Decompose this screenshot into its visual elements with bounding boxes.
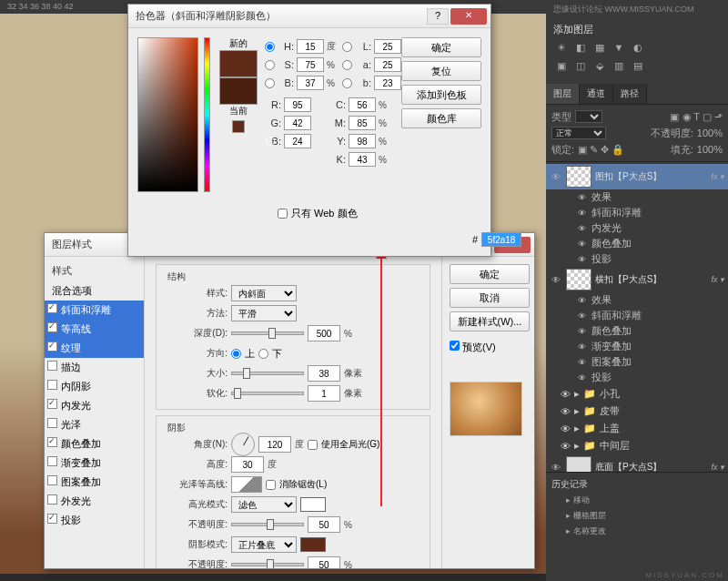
hex-input[interactable] (481, 232, 521, 247)
tab-channels[interactable]: 通道 (580, 84, 613, 104)
method-select[interactable]: 平滑 (231, 305, 297, 321)
antialias-checkbox[interactable] (266, 480, 276, 490)
ok-button[interactable]: 确定 (401, 37, 481, 57)
layer-effect[interactable]: 👁斜面和浮雕 (546, 308, 728, 323)
layer-folder[interactable]: 👁▸📁上盖 (546, 420, 728, 437)
depth-input[interactable] (308, 325, 340, 341)
k-input[interactable] (349, 152, 376, 167)
sh-op-slider[interactable] (231, 563, 304, 566)
depth-slider[interactable] (231, 331, 304, 335)
hl-color[interactable] (300, 497, 326, 512)
blend-options[interactable]: 混合选项 (45, 281, 144, 301)
layer-row[interactable]: 👁底面【P大点S】fx ▾ (546, 454, 728, 472)
soft-slider[interactable] (231, 392, 304, 395)
s-radio[interactable] (265, 60, 275, 70)
style-item-2[interactable]: 纹理 (45, 339, 144, 358)
dir-up[interactable] (231, 349, 241, 359)
layer-effect[interactable]: 👁效果 (546, 189, 728, 205)
g-input[interactable] (284, 116, 311, 130)
blend-mode[interactable]: 正常 (551, 127, 606, 139)
size-input[interactable] (308, 365, 340, 382)
warning-swatch[interactable] (232, 120, 245, 133)
cancel-button[interactable]: 复位 (401, 61, 481, 81)
style-item-1[interactable]: 等高线 (45, 320, 144, 339)
style-item-4[interactable]: 内阴影 (45, 377, 144, 396)
layer-folder[interactable]: 👁▸📁小孔 (546, 385, 728, 403)
l-radio[interactable] (342, 42, 352, 52)
contour-picker[interactable] (231, 476, 262, 493)
layer-row[interactable]: 👁图扣【P大点S】fx ▾ (546, 164, 728, 189)
bc-input[interactable] (284, 134, 311, 148)
dir-down[interactable] (258, 349, 268, 359)
new-style-button[interactable]: 新建样式(W)... (450, 311, 530, 331)
layer-effect[interactable]: 👁投影 (546, 251, 728, 267)
angle-input[interactable] (258, 436, 291, 453)
style-item-9[interactable]: 图案叠加 (45, 473, 144, 492)
watermark: MISSYUAN.COM (645, 571, 724, 579)
style-item-5[interactable]: 内发光 (45, 396, 144, 415)
sh-color[interactable] (300, 537, 326, 552)
web-only-checkbox[interactable] (278, 209, 288, 219)
history-item[interactable]: ▸ 移动 (551, 493, 723, 508)
preview-checkbox[interactable] (450, 341, 460, 351)
bv-input[interactable] (297, 76, 324, 90)
sh-op-input[interactable] (308, 556, 340, 568)
h-radio[interactable] (265, 42, 275, 52)
a-radio[interactable] (342, 60, 352, 70)
close-button[interactable]: ✕ (450, 8, 487, 25)
style-item-7[interactable]: 颜色叠加 (45, 434, 144, 454)
b2-radio[interactable] (342, 78, 352, 88)
layer-effect[interactable]: 👁图案叠加 (546, 354, 728, 370)
hl-op-input[interactable] (308, 516, 340, 533)
m-input[interactable] (349, 116, 376, 130)
layer-effect[interactable]: 👁渐变叠加 (546, 339, 728, 354)
style-item-3[interactable]: 描边 (45, 358, 144, 377)
history-item[interactable]: ▸ 名称更改 (551, 524, 723, 539)
hl-op-slider[interactable] (231, 523, 304, 526)
y-input[interactable] (349, 134, 376, 148)
layer-effect[interactable]: 👁颜色叠加 (546, 236, 728, 251)
soft-input[interactable] (308, 385, 340, 402)
angle-dial[interactable] (231, 433, 255, 456)
layer-effect[interactable]: 👁颜色叠加 (546, 323, 728, 339)
style-item-6[interactable]: 光泽 (45, 415, 144, 434)
layer-effect[interactable]: 👁斜面和浮雕 (546, 205, 728, 220)
color-gradient[interactable] (137, 37, 198, 192)
current-color-swatch[interactable] (219, 77, 258, 105)
sh-mode-select[interactable]: 正片叠底 (231, 536, 297, 553)
layer-effect[interactable]: 👁投影 (546, 370, 728, 385)
layer-effect[interactable]: 👁内发光 (546, 220, 728, 236)
hl-mode-select[interactable]: 滤色 (231, 496, 297, 513)
add-swatch-button[interactable]: 添加到色板 (401, 85, 481, 105)
layer-folder[interactable]: 👁▸📁皮带 (546, 403, 728, 420)
layer-row[interactable]: 👁横扣【P大点S】fx ▾ (546, 267, 728, 292)
style-select[interactable]: 内斜面 (231, 285, 297, 301)
h-input[interactable] (297, 39, 324, 54)
layer-folder[interactable]: 👁▸📁中间层 (546, 437, 728, 454)
size-slider[interactable] (231, 372, 304, 375)
style-item-10[interactable]: 外发光 (45, 492, 144, 511)
adjustment-icons[interactable]: ☀◧▦▼◐ (546, 40, 728, 58)
style-item-0[interactable]: 斜面和浮雕 (45, 301, 144, 320)
b-radio[interactable] (265, 78, 275, 88)
b2-input[interactable] (374, 76, 401, 90)
tab-paths[interactable]: 路径 (613, 84, 647, 104)
s-input[interactable] (297, 57, 324, 72)
layer-effect[interactable]: 👁效果 (546, 292, 728, 308)
c-input[interactable] (349, 97, 376, 112)
style-item-8[interactable]: 渐变叠加 (45, 454, 144, 473)
tab-layers[interactable]: 图层 (546, 84, 580, 104)
r-input[interactable] (284, 97, 311, 112)
hue-slider[interactable] (204, 37, 210, 192)
global-light-checkbox[interactable] (308, 440, 318, 450)
color-lib-button[interactable]: 颜色库 (401, 108, 481, 128)
ok-button[interactable]: 确定 (450, 264, 530, 284)
help-button[interactable]: ? (427, 8, 449, 25)
style-item-11[interactable]: 投影 (45, 511, 144, 530)
a-input[interactable] (374, 57, 401, 72)
cancel-button[interactable]: 取消 (450, 288, 530, 308)
l-input[interactable] (374, 39, 401, 54)
picker-title: 拾色器（斜面和浮雕阴影颜色） (136, 9, 427, 23)
history-item[interactable]: ▸ 栅格图层 (551, 508, 723, 524)
alt-input[interactable] (231, 456, 264, 473)
